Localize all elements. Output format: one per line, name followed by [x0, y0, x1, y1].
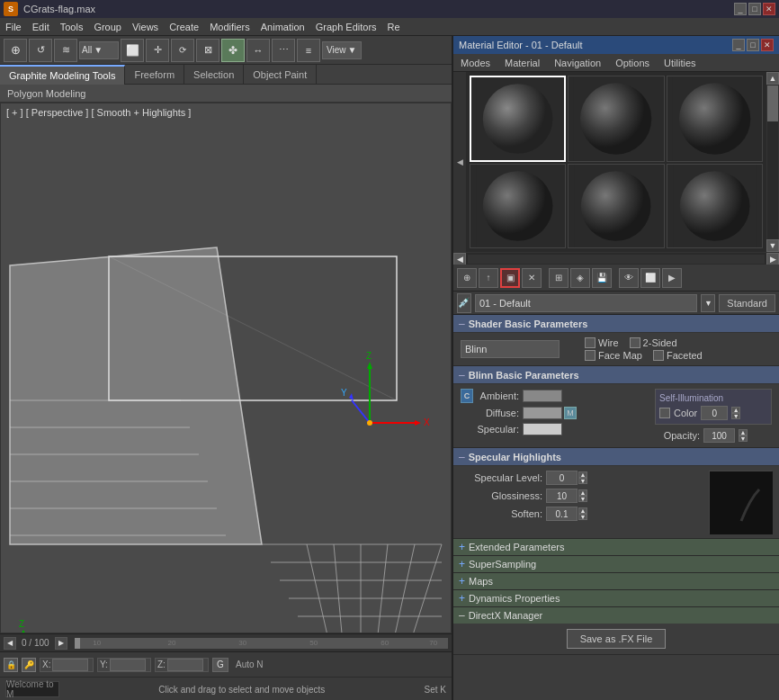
tab-freeform[interactable]: Freeform — [125, 65, 184, 85]
mat-sphere-6[interactable] — [667, 164, 763, 248]
diffuse-swatch[interactable] — [523, 407, 562, 419]
mat-menu-navigation[interactable]: Navigation — [547, 56, 608, 70]
lasso-tool-btn[interactable]: ↺ — [29, 39, 52, 62]
remove-material-btn[interactable]: ✕ — [522, 268, 542, 288]
window-controls[interactable]: _ □ ✕ — [734, 3, 775, 15]
spec-level-input[interactable] — [546, 471, 578, 485]
opacity-input[interactable] — [703, 428, 735, 443]
ambient-c-btn[interactable]: C — [461, 389, 473, 403]
soften-down-btn[interactable]: ▼ — [578, 514, 587, 520]
ambient-swatch[interactable] — [523, 390, 562, 402]
menu-tools[interactable]: Tools — [55, 20, 89, 34]
filter-dropdown[interactable]: All ▼ — [79, 41, 119, 59]
maximize-btn[interactable]: □ — [748, 3, 761, 15]
soften-up-btn[interactable]: ▲ — [578, 507, 587, 514]
preview-scroll-left-btn[interactable]: ◀ — [453, 72, 466, 252]
close-btn[interactable]: ✕ — [763, 3, 775, 15]
self-illum-up-btn[interactable]: ▲ — [731, 407, 740, 413]
preview-hscroll-left-btn[interactable]: ◀ — [453, 253, 466, 265]
tab-selection[interactable]: Selection — [184, 65, 244, 85]
viewport-3d[interactable]: [ + ] [ Perspective ] [ Smooth + Highlig… — [0, 103, 452, 633]
mat-menu-utilities[interactable]: Utilities — [657, 56, 703, 70]
mat-type-btn[interactable]: Standard — [719, 294, 775, 312]
mat-sphere-2[interactable] — [568, 76, 664, 162]
tab-object-paint[interactable]: Object Paint — [244, 65, 317, 85]
diffuse-map-btn[interactable]: M — [564, 407, 577, 419]
menu-edit[interactable]: Edit — [27, 20, 55, 34]
status-key-icon[interactable]: 🔑 — [22, 658, 36, 672]
menu-create[interactable]: Create — [164, 20, 204, 34]
polygon-modeling-tab[interactable]: Polygon Modeling — [0, 85, 452, 103]
mat-menu-material[interactable]: Material — [497, 56, 547, 70]
preview-scroll-down-btn[interactable]: ▼ — [766, 239, 779, 252]
set-k-btn[interactable]: Set K — [425, 685, 446, 695]
align-btn[interactable]: ⋯ — [272, 39, 295, 62]
glossiness-up-btn[interactable]: ▲ — [578, 489, 587, 496]
menu-views[interactable]: Views — [127, 20, 164, 34]
view-dropdown[interactable]: View ▼ — [322, 41, 362, 59]
mat-name-input[interactable] — [475, 294, 697, 312]
mat-window-controls[interactable]: _ □ ✕ — [732, 39, 774, 51]
glossiness-down-btn[interactable]: ▼ — [578, 496, 587, 502]
menu-file[interactable]: File — [0, 20, 27, 34]
opacity-up-btn[interactable]: ▲ — [739, 429, 748, 435]
specular-swatch[interactable] — [523, 423, 562, 435]
mat-name-dropdown-btn[interactable]: ▼ — [701, 294, 715, 312]
mirror-btn[interactable]: ↔ — [246, 39, 270, 62]
paint-tool-btn[interactable]: ≋ — [54, 39, 77, 62]
shader-rollout-header[interactable]: – Shader Basic Parameters — [453, 315, 779, 333]
maps-rollout-header[interactable]: + Maps — [453, 573, 779, 589]
show-viewport-btn[interactable]: 👁 — [619, 268, 639, 288]
scale-btn[interactable]: ⊠ — [196, 39, 219, 62]
shader-type-dropdown[interactable]: Blinn Phong Metal — [461, 340, 560, 358]
save-fx-btn[interactable]: Save as .FX File — [567, 629, 667, 649]
menu-group[interactable]: Group — [88, 20, 127, 34]
mat-close-btn[interactable]: ✕ — [761, 39, 774, 51]
spec-level-up-btn[interactable]: ▲ — [578, 471, 587, 478]
put-material-btn[interactable]: ↑ — [479, 268, 498, 288]
mat-menu-modes[interactable]: Modes — [453, 56, 497, 70]
y-input[interactable] — [110, 659, 146, 671]
dynamics-rollout-header[interactable]: + Dynamics Properties — [453, 590, 779, 606]
pipette-icon[interactable]: 💉 — [457, 293, 471, 313]
show-end-result-btn[interactable]: ▶ — [662, 268, 682, 288]
self-illum-down-btn[interactable]: ▼ — [731, 413, 740, 419]
status-lock-icon[interactable]: 🔒 — [4, 658, 18, 672]
copy-slots-btn[interactable]: ⊞ — [549, 268, 569, 288]
rotate-btn[interactable]: ⟳ — [171, 39, 194, 62]
mat-sphere-5[interactable] — [568, 164, 664, 248]
mat-sphere-1[interactable] — [470, 76, 566, 162]
x-input[interactable] — [52, 659, 88, 671]
menu-animation[interactable]: Animation — [255, 20, 310, 34]
timeline-slider[interactable]: 10 20 30 50 60 70 — [75, 638, 448, 649]
supersampling-rollout-header[interactable]: + SuperSampling — [453, 556, 779, 572]
wire-checkbox[interactable] — [585, 337, 595, 348]
transform-btn[interactable]: ✤ — [221, 39, 245, 62]
menu-modifiers[interactable]: Modifiers — [204, 20, 255, 34]
self-illum-value[interactable] — [701, 406, 728, 420]
soften-input[interactable] — [546, 507, 578, 521]
show-background-btn[interactable]: ⬜ — [640, 268, 660, 288]
menu-rendering[interactable]: Re — [382, 20, 406, 34]
self-illum-color-check[interactable] — [659, 408, 670, 418]
select-tool-btn[interactable]: ⊕ — [4, 39, 27, 62]
menu-graph-editors[interactable]: Graph Editors — [310, 20, 382, 34]
preview-hscroll-right-btn[interactable]: ▶ — [766, 253, 779, 265]
blinn-rollout-header[interactable]: – Blinn Basic Parameters — [453, 366, 779, 384]
z-input[interactable] — [167, 659, 203, 671]
mat-sphere-3[interactable] — [667, 76, 763, 162]
mat-maximize-btn[interactable]: □ — [747, 39, 759, 51]
select-btn[interactable]: ⬜ — [121, 39, 144, 62]
make-unique-btn[interactable]: ◈ — [570, 268, 590, 288]
opacity-down-btn[interactable]: ▼ — [739, 435, 748, 442]
get-material-btn[interactable]: ⊕ — [457, 268, 477, 288]
faceted-checkbox[interactable] — [653, 350, 664, 361]
mat-sphere-4[interactable] — [470, 164, 566, 248]
tab-graphite[interactable]: Graphite Modeling Tools — [0, 65, 125, 85]
specular-rollout-header[interactable]: – Specular Highlights — [453, 448, 779, 466]
mat-minimize-btn[interactable]: _ — [732, 39, 745, 51]
timeline-next-btn[interactable]: ▶ — [55, 637, 67, 650]
g-btn[interactable]: G — [212, 658, 228, 672]
minimize-btn[interactable]: _ — [734, 3, 747, 15]
glossiness-input[interactable] — [546, 489, 578, 503]
